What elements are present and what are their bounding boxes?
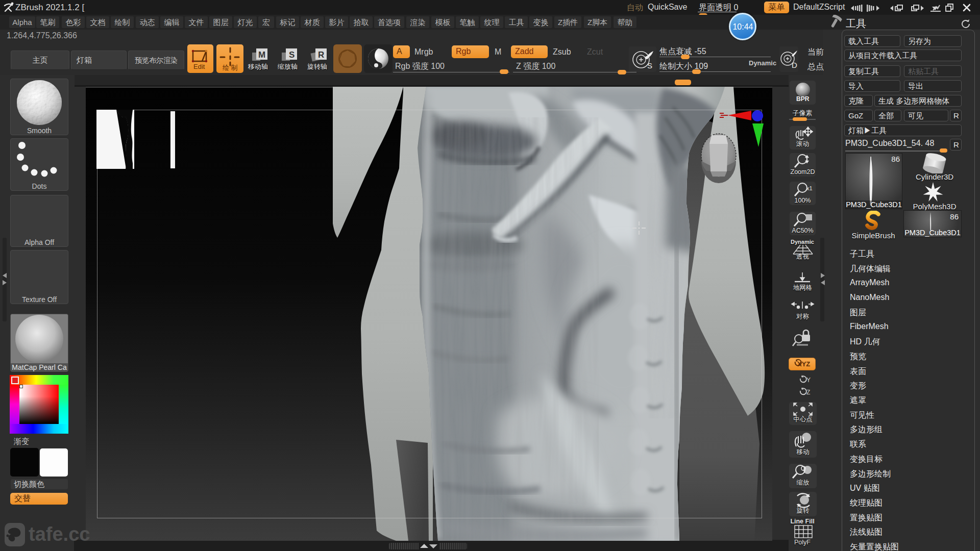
svg-text:XYZ: XYZ	[797, 360, 810, 368]
svg-text:S: S	[289, 50, 295, 60]
svg-text:R: R	[318, 50, 324, 60]
svg-text:Y: Y	[806, 377, 811, 384]
svg-text:Edit: Edit	[193, 63, 205, 70]
svg-text:绘 制: 绘 制	[223, 64, 238, 71]
svg-text:BPR: BPR	[796, 95, 810, 103]
svg-text:M: M	[258, 50, 265, 60]
svg-text:D: D	[792, 61, 797, 69]
svg-text:S: S	[647, 61, 652, 70]
svg-text:Z: Z	[806, 389, 810, 396]
svg-text:x1: x1	[806, 185, 813, 191]
